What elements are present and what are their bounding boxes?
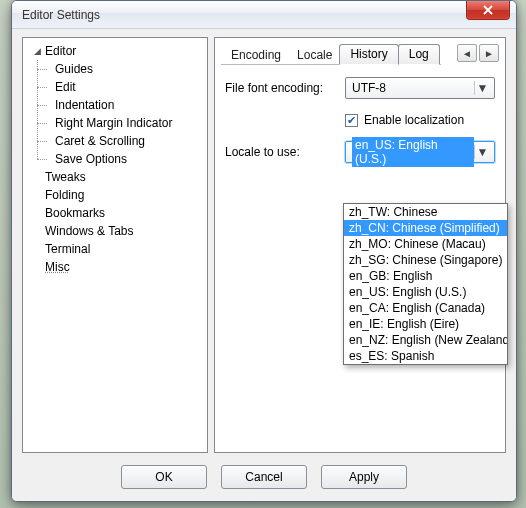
dialog-buttons: OK Cancel Apply (22, 461, 506, 491)
apply-button[interactable]: Apply (321, 465, 407, 489)
cancel-button[interactable]: Cancel (221, 465, 307, 489)
locale-option[interactable]: en_GB: English (344, 268, 507, 284)
dialog-window: Editor Settings ◢EditorGuidesEditIndenta… (11, 0, 517, 502)
tree-item-label: Windows & Tabs (43, 224, 135, 238)
encoding-value: UTF-8 (352, 81, 474, 95)
titlebar[interactable]: Editor Settings (12, 1, 516, 29)
locale-label: Locale to use: (225, 145, 337, 159)
tree-item-terminal[interactable]: Terminal (29, 240, 205, 258)
tree-item-label: Caret & Scrolling (53, 134, 147, 148)
ok-button[interactable]: OK (121, 465, 207, 489)
locale-value: en_US: English (U.S.) (352, 137, 474, 167)
tab-row: Encoding Locale History Log ◄ ► (215, 38, 505, 65)
chevron-down-icon: ▼ (474, 81, 490, 95)
tree-item-bookmarks[interactable]: Bookmarks (29, 204, 205, 222)
tree-item-tweaks[interactable]: Tweaks (29, 168, 205, 186)
encoding-combo[interactable]: UTF-8 ▼ (345, 77, 495, 99)
tree-item-label: Bookmarks (43, 206, 107, 220)
chevron-down-icon: ▼ (474, 145, 490, 159)
tree-item-guides[interactable]: Guides (51, 60, 205, 78)
settings-tree[interactable]: ◢EditorGuidesEditIndentationRight Margin… (22, 37, 208, 453)
tab-encoding[interactable]: Encoding (223, 45, 289, 65)
locale-option[interactable]: zh_SG: Chinese (Singapore) (344, 252, 507, 268)
locale-option[interactable]: es_ES: Spanish (344, 348, 507, 364)
locale-option[interactable]: zh_TW: Chinese (344, 204, 507, 220)
tree-item-right-margin-indicator[interactable]: Right Margin Indicator (51, 114, 205, 132)
settings-panel: Encoding Locale History Log ◄ ► File fon… (214, 37, 506, 453)
tree-item-label: Edit (53, 80, 78, 94)
locale-option[interactable]: en_NZ: English (New Zealand) (344, 332, 507, 348)
client-area: ◢EditorGuidesEditIndentationRight Margin… (12, 29, 516, 501)
locale-option[interactable]: en_IE: English (Eire) (344, 316, 507, 332)
tree-item-save-options[interactable]: Save Options (51, 150, 205, 168)
enable-localization-checkbox[interactable]: ✔ (345, 114, 358, 127)
tree-item-indentation[interactable]: Indentation (51, 96, 205, 114)
enable-localization-label: Enable localization (364, 113, 464, 127)
locale-option[interactable]: zh_MO: Chinese (Macau) (344, 236, 507, 252)
locale-option[interactable]: en_CA: English (Canada) (344, 300, 507, 316)
window-title: Editor Settings (22, 8, 100, 22)
tree-item-label: Tweaks (43, 170, 88, 184)
tree-item-label: Guides (53, 62, 95, 76)
encoding-label: File font encoding: (225, 81, 337, 95)
tree-item-editor[interactable]: ◢Editor (29, 42, 205, 60)
tree-item-label: Right Margin Indicator (53, 116, 174, 130)
tree-item-caret-scrolling[interactable]: Caret & Scrolling (51, 132, 205, 150)
tree-item-windows-tabs[interactable]: Windows & Tabs (29, 222, 205, 240)
tree-item-label: Folding (43, 188, 86, 202)
collapse-icon[interactable]: ◢ (31, 46, 43, 56)
tree-item-label: Editor (43, 44, 78, 58)
tree-item-label: Save Options (53, 152, 129, 166)
close-icon (482, 5, 494, 15)
tree-item-folding[interactable]: Folding (29, 186, 205, 204)
tree-item-edit[interactable]: Edit (51, 78, 205, 96)
form-area: File font encoding: UTF-8 ▼ ✔ Enable loc… (215, 65, 505, 175)
tree-item-label: Indentation (53, 98, 116, 112)
tab-nav-next[interactable]: ► (479, 44, 499, 62)
tree-item-misc[interactable]: Misc (29, 258, 205, 276)
locale-combo[interactable]: en_US: English (U.S.) ▼ (345, 141, 495, 163)
close-button[interactable] (466, 1, 510, 20)
tab-log[interactable]: Log (398, 44, 440, 65)
tab-nav-prev[interactable]: ◄ (457, 44, 477, 62)
tree-item-label: Terminal (43, 242, 92, 256)
tree-item-label: Misc (43, 260, 72, 274)
tab-history[interactable]: History (339, 44, 398, 65)
locale-option[interactable]: zh_CN: Chinese (Simplified) (344, 220, 507, 236)
tab-locale[interactable]: Locale (289, 45, 340, 65)
locale-dropdown-list[interactable]: zh_TW: Chinesezh_CN: Chinese (Simplified… (343, 203, 508, 365)
locale-option[interactable]: en_US: English (U.S.) (344, 284, 507, 300)
